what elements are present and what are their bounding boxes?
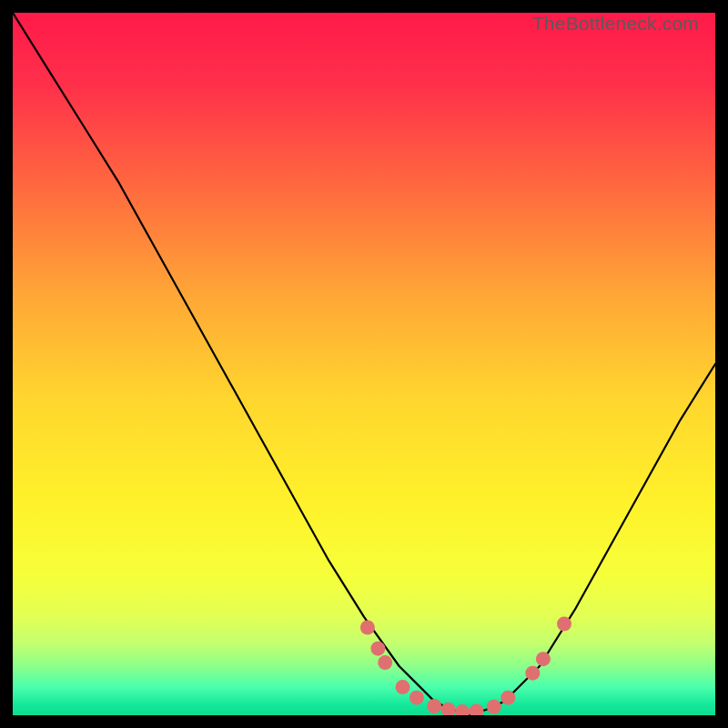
data-marker: [500, 691, 515, 705]
data-marker: [360, 621, 375, 635]
watermark-text: TheBottleneck.com: [532, 13, 699, 35]
data-marker: [536, 652, 551, 666]
chart-frame: TheBottleneck.com: [13, 13, 715, 715]
data-marker: [557, 617, 571, 632]
chart-plot: [13, 13, 715, 715]
data-marker: [427, 699, 441, 713]
data-marker: [441, 703, 456, 715]
bottleneck-curve: [13, 13, 715, 715]
data-marker: [525, 666, 540, 681]
data-marker: [487, 700, 501, 714]
data-marker: [410, 691, 424, 705]
data-marker: [470, 703, 484, 715]
data-marker: [378, 655, 392, 670]
data-marker: [455, 704, 470, 715]
data-marker: [396, 680, 410, 694]
data-marker: [370, 642, 385, 656]
